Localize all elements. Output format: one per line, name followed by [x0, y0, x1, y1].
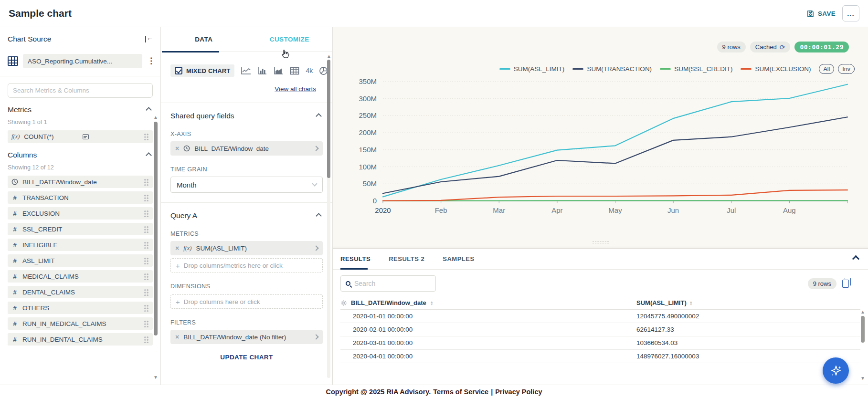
- column-header[interactable]: BILL_DATE/Window_date: [351, 299, 426, 306]
- x-axis-field[interactable]: × BILL_DATE/Window_date: [170, 141, 323, 156]
- gear-icon[interactable]: [340, 300, 347, 306]
- sparkle-icon: [829, 364, 843, 377]
- terms-of-service-link[interactable]: Terms of Service: [433, 388, 488, 396]
- metrics-drop-zone[interactable]: + Drop columns/metrics here or click: [170, 258, 323, 272]
- remove-icon[interactable]: ×: [175, 244, 179, 252]
- scroll-up-icon[interactable]: ▲: [860, 310, 865, 314]
- remove-icon[interactable]: ×: [175, 333, 179, 341]
- column-item[interactable]: # MEDICAL_CLAIMS: [8, 270, 153, 283]
- table-row[interactable]: 2020-04-01 00:00:00 148976027.16000003: [340, 350, 860, 363]
- tab-data[interactable]: DATA: [161, 27, 247, 52]
- area-chart-icon[interactable]: [274, 66, 284, 75]
- line-chart-icon[interactable]: [241, 66, 252, 75]
- column-item[interactable]: # BILL_DATE/Window_date: [8, 176, 153, 188]
- scroll-up-icon[interactable]: ▲: [153, 115, 158, 120]
- chevron-up-icon[interactable]: [146, 152, 152, 158]
- checkbox-checked-icon[interactable]: [175, 67, 182, 74]
- drag-handle-icon[interactable]: [144, 133, 149, 140]
- chart-type-row: MIXED CHART 4k: [170, 64, 323, 77]
- drag-handle-icon[interactable]: [144, 257, 149, 264]
- series-line[interactable]: [383, 84, 847, 197]
- column-item[interactable]: # TRANSACTION: [8, 191, 153, 204]
- remove-icon[interactable]: ×: [175, 145, 179, 152]
- results-search[interactable]: [340, 275, 436, 292]
- series-line[interactable]: [383, 117, 847, 193]
- hash-icon: #: [11, 320, 18, 327]
- update-chart-button[interactable]: UPDATE CHART: [220, 354, 273, 361]
- tab-customize[interactable]: CUSTOMIZE: [247, 27, 333, 52]
- drag-handle-icon[interactable]: [144, 178, 149, 186]
- tab-results-2[interactable]: RESULTS 2: [389, 249, 424, 269]
- line-chart[interactable]: 050M100M150M200M250M300M350M2020FebMarAp…: [333, 71, 867, 229]
- scrollbar-thumb[interactable]: [327, 60, 330, 178]
- tab-results[interactable]: RESULTS: [340, 249, 370, 269]
- column-item[interactable]: # RUN_IN_MEDICAL_CLAIMS: [8, 317, 153, 330]
- drag-handle-icon[interactable]: [144, 289, 149, 296]
- time-grain-select[interactable]: Month: [170, 177, 323, 193]
- dataset-name[interactable]: ASO_Reporting.Cumulative...: [23, 54, 142, 68]
- filter-field[interactable]: × BILL_DATE/Window_date (No filter): [170, 330, 323, 344]
- column-item[interactable]: # INELIGIBLE: [8, 239, 153, 251]
- tab-samples[interactable]: SAMPLES: [443, 249, 474, 269]
- column-item[interactable]: # SSL_CREDIT: [8, 223, 153, 235]
- big-number-4k-icon[interactable]: 4k: [306, 67, 313, 74]
- sort-icons[interactable]: ▲▼: [430, 301, 434, 305]
- column-item[interactable]: # DENTAL_CLAIMS: [8, 286, 153, 298]
- scroll-down-icon[interactable]: ▼: [153, 375, 158, 380]
- series-line[interactable]: [383, 200, 847, 201]
- drag-handle-icon[interactable]: [144, 241, 149, 249]
- chevron-up-icon[interactable]: [316, 113, 322, 119]
- column-item[interactable]: # OTHERS: [8, 302, 153, 314]
- column-item[interactable]: # ASL_LIMIT: [8, 254, 153, 267]
- metric-detail-icon[interactable]: [83, 134, 89, 139]
- dataset-menu-icon[interactable]: ⋮: [147, 59, 153, 63]
- series-line[interactable]: [383, 190, 847, 201]
- cached-badge[interactable]: Cached⟳: [750, 42, 791, 52]
- results-search-input[interactable]: [354, 280, 431, 287]
- dimensions-drop-zone[interactable]: + Drop columns here or click: [170, 294, 323, 309]
- copy-icon[interactable]: [842, 280, 849, 288]
- chevron-up-icon[interactable]: [146, 107, 152, 113]
- sort-icons[interactable]: ▲▼: [689, 301, 693, 305]
- drag-handle-icon[interactable]: [144, 226, 149, 233]
- chevron-up-icon[interactable]: [316, 213, 322, 219]
- ellipsis-icon: ...: [847, 10, 855, 18]
- table-row[interactable]: 2020-02-01 00:00:00 62614127.33: [340, 323, 860, 336]
- privacy-policy-link[interactable]: Privacy Policy: [495, 388, 542, 396]
- drag-handle-icon[interactable]: [144, 273, 149, 280]
- panel-resize-handle[interactable]: [593, 241, 609, 245]
- scrollbar-thumb[interactable]: [861, 316, 865, 343]
- drag-handle-icon[interactable]: [144, 194, 149, 201]
- page-title: Sample chart: [9, 8, 72, 19]
- table-row[interactable]: 2020-01-01 00:00:00 12045775.490000002: [340, 310, 860, 323]
- view-all-charts-link[interactable]: View all charts: [275, 85, 316, 93]
- more-menu-button[interactable]: ...: [842, 5, 859, 21]
- refresh-icon[interactable]: ⟳: [780, 43, 785, 51]
- metric-field[interactable]: × f(x) SUM(ASL_LIMIT): [170, 241, 323, 255]
- drag-handle-icon[interactable]: [144, 320, 149, 327]
- collapse-panel-icon[interactable]: [145, 36, 153, 42]
- table-chart-icon[interactable]: [290, 67, 299, 75]
- scroll-up-icon[interactable]: ▲: [327, 54, 331, 59]
- column-item[interactable]: # EXCLUSION: [8, 207, 153, 220]
- drag-handle-icon[interactable]: [144, 210, 149, 217]
- drag-handle-icon[interactable]: [144, 336, 149, 343]
- column-header[interactable]: SUM(ASL_LIMIT): [636, 299, 687, 306]
- column-item[interactable]: # RUN_IN_DENTAL_CLAIMS: [8, 333, 153, 346]
- drag-handle-icon[interactable]: [144, 304, 149, 312]
- scrollbar-thumb[interactable]: [154, 122, 158, 335]
- metrics-search[interactable]: [8, 83, 153, 98]
- metric-item[interactable]: f(x) COUNT(*): [8, 130, 153, 143]
- save-button[interactable]: SAVE: [806, 10, 836, 18]
- selected-chart-type[interactable]: MIXED CHART: [170, 64, 234, 77]
- divider: [0, 76, 160, 76]
- metrics-search-input[interactable]: [13, 87, 148, 94]
- table-row[interactable]: 2020-03-01 00:00:00 103660534.03: [340, 336, 860, 350]
- y-axis-label: 50M: [363, 179, 377, 188]
- collapse-results-icon[interactable]: [852, 255, 860, 263]
- save-floppy-icon: [806, 10, 815, 18]
- assistant-fab-button[interactable]: [823, 357, 849, 384]
- query-timer-badge: 00:00:01.29: [794, 42, 849, 52]
- bar-chart-icon[interactable]: [258, 66, 267, 75]
- scroll-down-icon[interactable]: ▼: [860, 376, 865, 381]
